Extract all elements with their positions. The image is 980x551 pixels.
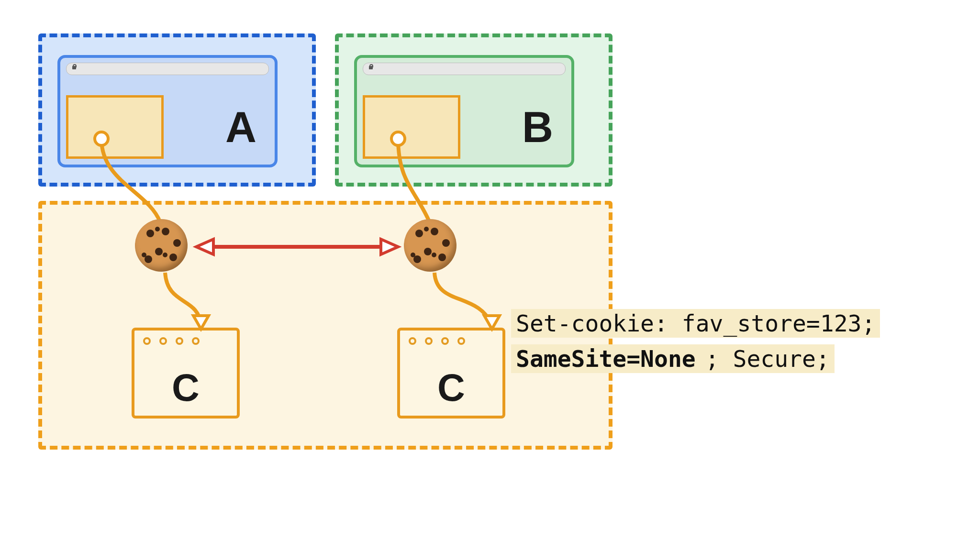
dot-icon (409, 337, 416, 345)
dot-icon (425, 337, 433, 345)
address-bar (363, 63, 566, 75)
browser-label-b: B (522, 102, 553, 152)
window-dots (143, 337, 200, 345)
dot-icon (176, 337, 183, 345)
origin-c-window-left: C (132, 328, 240, 419)
browser-content: A (66, 95, 269, 159)
cookie-icon (404, 219, 457, 272)
lock-icon (368, 64, 374, 71)
dot-icon (143, 337, 151, 345)
code-line-2-bold: SameSite=None (511, 344, 701, 373)
address-bar (66, 63, 269, 75)
browser-a: A (57, 55, 278, 167)
browser-label-a: A (225, 102, 256, 152)
code-line-2-rest: ; Secure; (701, 344, 835, 373)
dot-icon (159, 337, 167, 345)
dot-icon (441, 337, 449, 345)
cookie-icon (135, 219, 188, 272)
diagram-stage: A B C C (0, 0, 980, 551)
browser-b: B (354, 55, 574, 167)
origin-c-window-right: C (397, 328, 505, 419)
dot-icon (457, 337, 465, 345)
embedded-iframe-c (363, 95, 460, 159)
window-dots (409, 337, 465, 345)
toolbar-strip (363, 78, 566, 90)
browser-content: B (363, 95, 566, 159)
origin-label-c: C (400, 366, 502, 410)
set-cookie-header-callout: Set-cookie: fav_store=123; SameSite=None… (511, 309, 880, 373)
code-line-1: Set-cookie: fav_store=123; (511, 309, 880, 338)
lock-icon (71, 64, 78, 71)
toolbar-strip (66, 78, 269, 90)
embedded-iframe-c (66, 95, 164, 159)
dot-icon (192, 337, 200, 345)
origin-label-c: C (134, 366, 237, 410)
